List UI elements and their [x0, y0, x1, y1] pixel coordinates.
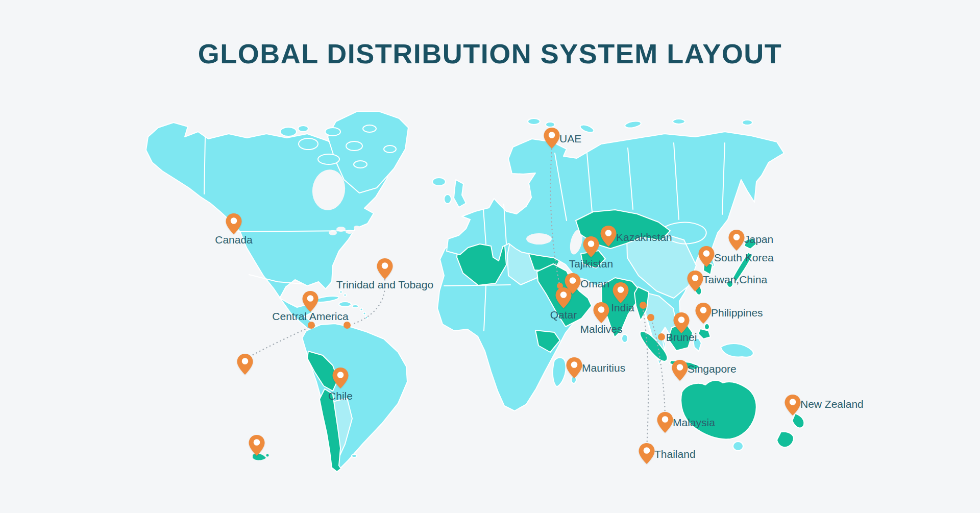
black-sea [526, 233, 552, 245]
marker-label: Brunei [666, 331, 697, 344]
marker-label: Chile [328, 390, 353, 402]
marker-label: Central America [272, 310, 348, 323]
marker-label: Maldives [580, 323, 623, 335]
marker-label: Oman [580, 278, 609, 290]
route-dot [344, 322, 351, 329]
united-kingdom [454, 180, 466, 207]
iceland [432, 178, 446, 186]
marker-label: UAE [559, 133, 581, 145]
route-dot [658, 333, 665, 340]
panama-pin[interactable] [236, 353, 254, 375]
marker-label: India [611, 302, 634, 314]
singapore-pin[interactable] [671, 359, 689, 381]
canada-pin[interactable] [225, 212, 243, 235]
world-map [0, 0, 980, 513]
brunei-pin[interactable] [672, 311, 691, 334]
chile-pin[interactable] [331, 367, 350, 389]
australia-highlight [681, 380, 756, 439]
thailand-pin[interactable] [638, 442, 656, 465]
route-dot [647, 314, 654, 321]
trinidad-and-tobago-pin[interactable] [376, 257, 394, 280]
maldives-pin[interactable] [592, 301, 610, 324]
marker-label: South Korea [714, 252, 774, 264]
marker-label: New Zealand [800, 398, 864, 410]
kazakhstan-pin[interactable] [599, 225, 618, 247]
new-zealand-pin[interactable] [783, 394, 802, 416]
taiwan-china-pin[interactable] [686, 270, 704, 292]
tasmania [733, 442, 743, 451]
marker-label: Philippines [711, 307, 763, 319]
south-korea-pin[interactable] [697, 245, 716, 267]
japan-pin[interactable] [727, 229, 746, 251]
uae-pin[interactable] [543, 127, 561, 149]
new-zealand-south [777, 432, 794, 447]
india-pin[interactable] [611, 281, 630, 304]
connector-thailand [643, 307, 648, 448]
french-polynesia-pin[interactable] [248, 434, 266, 456]
marker-label: Mauritius [582, 362, 625, 374]
route-dot [640, 302, 647, 309]
marker-label: Malaysia [673, 417, 715, 429]
new-guinea [721, 344, 753, 357]
malaysia-pin[interactable] [656, 411, 674, 433]
madagascar [553, 357, 566, 387]
marker-label: Taiwan,China [703, 274, 767, 286]
continent-north-america [146, 111, 408, 344]
infographic-canvas: GLOBAL DISTRIBUTION SYSTEM LAYOUT [0, 0, 980, 513]
marker-label: Thailand [654, 448, 696, 460]
connector-central-america-panama [249, 328, 308, 357]
qatar-pin[interactable] [554, 286, 573, 309]
marker-label: Tajikistan [569, 258, 613, 270]
sri-lanka [622, 334, 628, 343]
marker-label: Trinidad and Tobago [336, 279, 433, 291]
marker-label: Kazakhstan [616, 231, 672, 243]
tajikistan-pin[interactable] [582, 235, 600, 258]
mauritius-pin[interactable] [565, 356, 583, 379]
philippines-mindanao [698, 329, 710, 339]
central-america-pin[interactable] [301, 290, 320, 312]
marker-label: Qatar [550, 309, 577, 321]
marker-label: Singapore [688, 363, 737, 375]
philippines-pin[interactable] [694, 302, 713, 324]
marker-label: Canada [215, 234, 253, 246]
route-dot [308, 322, 315, 329]
marker-label: Japan [744, 233, 773, 246]
continent-south-america [302, 324, 407, 472]
